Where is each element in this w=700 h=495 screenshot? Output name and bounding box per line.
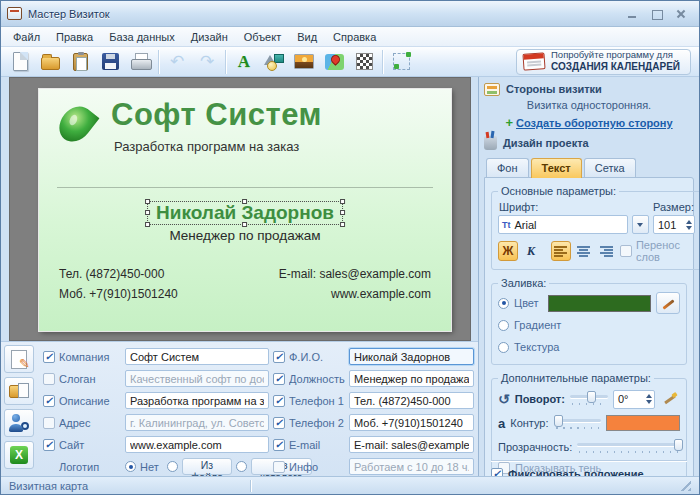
new-document-button[interactable] — [5, 48, 35, 75]
italic-button[interactable]: К — [521, 241, 541, 261]
bold-button[interactable]: Ж — [498, 241, 518, 261]
load-from-file-button[interactable] — [4, 377, 34, 405]
selection-handle[interactable] — [242, 222, 247, 227]
card-divider-line[interactable] — [57, 187, 433, 188]
align-right-button[interactable] — [597, 241, 617, 261]
phone2-checkbox[interactable]: ✓ — [273, 417, 285, 429]
find-contact-button[interactable] — [4, 409, 34, 437]
slider-thumb[interactable] — [587, 391, 596, 403]
menu-design[interactable]: Дизайн — [183, 29, 236, 45]
position-input[interactable] — [349, 370, 474, 387]
card-web-block[interactable]: E-mail: sales@example.com www.example.co… — [279, 265, 431, 305]
logo-from-file-radio[interactable] — [167, 461, 178, 472]
card-person-name-text[interactable]: Николай Задорнов — [156, 202, 334, 223]
email-input[interactable] — [349, 436, 474, 453]
email-checkbox[interactable]: ✓ — [273, 439, 285, 451]
print-button[interactable] — [125, 48, 155, 75]
minimize-button[interactable] — [625, 8, 641, 20]
tab-background[interactable]: Фон — [486, 158, 529, 178]
business-card-preview[interactable]: Софт Систем Разработка программ на заказ… — [39, 89, 451, 331]
selection-handle[interactable] — [145, 199, 150, 204]
save-button[interactable] — [95, 48, 125, 75]
position-checkbox[interactable]: ✓ — [273, 373, 285, 385]
font-family-select[interactable]: Tt Arial — [498, 215, 628, 234]
phone1-input[interactable] — [349, 392, 474, 409]
address-checkbox[interactable] — [43, 417, 55, 429]
add-shape-button[interactable] — [259, 48, 289, 75]
menu-help[interactable]: Справка — [325, 29, 384, 45]
fill-color-radio[interactable] — [498, 298, 509, 309]
redo-button[interactable]: ↷ — [192, 48, 222, 75]
phone1-checkbox[interactable]: ✓ — [273, 395, 285, 407]
fullname-input[interactable] — [349, 348, 474, 365]
color-picker-button[interactable] — [656, 292, 680, 314]
edit-card-button[interactable]: ✎ — [4, 345, 34, 373]
selection-box[interactable]: Николай Задорнов — [147, 201, 343, 225]
logo-from-file-button[interactable]: Из файла — [182, 458, 232, 475]
menu-view[interactable]: Вид — [289, 29, 325, 45]
open-button[interactable] — [35, 48, 65, 75]
spin-down-icon[interactable] — [686, 226, 692, 230]
description-input[interactable] — [125, 392, 269, 409]
word-wrap-checkbox[interactable] — [620, 245, 632, 257]
company-input[interactable] — [125, 348, 269, 365]
menu-database[interactable]: База данных — [101, 29, 183, 45]
align-left-button[interactable] — [551, 241, 571, 261]
selection-handle[interactable] — [340, 222, 345, 227]
font-dropdown-button[interactable] — [632, 215, 649, 234]
card-description-text[interactable]: Разработка программ на заказ — [114, 139, 299, 154]
outline-color-swatch[interactable] — [606, 415, 680, 431]
card-phones-block[interactable]: Тел. (4872)450-000 Моб. +7(910)1501240 — [59, 265, 178, 305]
card-email-text[interactable]: E-mail: sales@example.com — [279, 265, 431, 285]
rotation-spinner[interactable]: 0° — [613, 390, 655, 409]
add-image-button[interactable] — [289, 48, 319, 75]
selection-handle[interactable] — [242, 199, 247, 204]
card-position-text[interactable]: Менеджер по продажам — [169, 228, 320, 243]
phone2-input[interactable] — [349, 414, 474, 431]
fill-gradient-radio[interactable] — [498, 320, 509, 331]
logo-none-radio[interactable] — [125, 461, 136, 472]
slider-thumb[interactable] — [674, 439, 683, 451]
align-center-button[interactable] — [574, 241, 594, 261]
menu-file[interactable]: Файл — [5, 29, 48, 45]
selection-button[interactable] — [386, 48, 416, 75]
info-input[interactable] — [349, 458, 474, 475]
menu-object[interactable]: Объект — [236, 29, 289, 45]
excel-export-button[interactable]: X — [4, 441, 34, 469]
selection-handle[interactable] — [145, 210, 150, 215]
card-phone1-text[interactable]: Тел. (4872)450-000 — [59, 265, 178, 285]
create-back-side-link[interactable]: Создать оборотную сторону — [516, 117, 673, 129]
selected-text-object[interactable]: Николай Задорнов — [147, 201, 343, 225]
fill-texture-radio[interactable] — [498, 342, 509, 353]
company-checkbox[interactable]: ✓ — [43, 351, 55, 363]
slogan-input[interactable] — [125, 370, 269, 387]
add-qrcode-button[interactable] — [349, 48, 379, 75]
selection-handle[interactable] — [340, 199, 345, 204]
resize-grip[interactable] — [680, 480, 691, 491]
add-map-button[interactable] — [319, 48, 349, 75]
add-text-button[interactable]: A — [229, 48, 259, 75]
selection-handle[interactable] — [145, 222, 150, 227]
transparency-slider[interactable] — [577, 438, 680, 456]
fill-color-swatch[interactable] — [548, 295, 651, 312]
card-phone2-text[interactable]: Моб. +7(910)1501240 — [59, 285, 178, 305]
spin-up-icon[interactable] — [686, 220, 692, 224]
paste-button[interactable] — [65, 48, 95, 75]
outline-slider[interactable] — [554, 414, 601, 432]
logo-from-catalog-radio[interactable] — [236, 461, 247, 472]
info-checkbox[interactable] — [273, 461, 285, 473]
selection-handle[interactable] — [340, 210, 345, 215]
card-company-text[interactable]: Софт Систем — [111, 97, 322, 133]
calendar-promo-button[interactable]: Попробуйте программу для СОЗДАНИЯ КАЛЕНД… — [516, 49, 691, 75]
address-input[interactable] — [125, 414, 269, 431]
card-website-text[interactable]: www.example.com — [279, 285, 431, 305]
menu-edit[interactable]: Правка — [48, 29, 101, 45]
slogan-checkbox[interactable] — [43, 373, 55, 385]
slider-thumb[interactable] — [554, 415, 563, 427]
font-size-spinner[interactable]: 101 — [653, 215, 695, 234]
fix-position-checkbox[interactable]: ✓ — [491, 468, 503, 476]
company-logo-drop-icon[interactable] — [52, 100, 99, 148]
tab-text[interactable]: Текст — [531, 158, 582, 178]
website-input[interactable] — [125, 436, 269, 453]
close-button[interactable] — [673, 8, 689, 20]
